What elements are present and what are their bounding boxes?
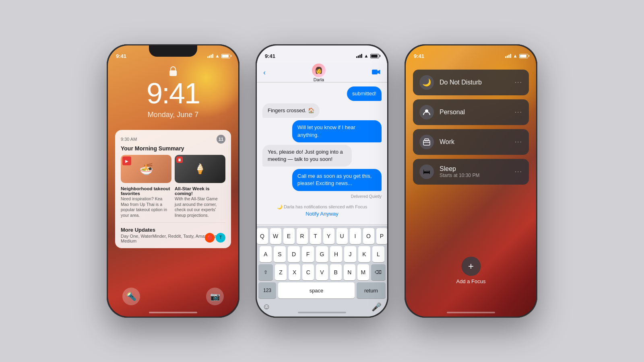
torch-button[interactable]: 🔦 — [122, 288, 140, 305]
status-time-3: 9:41 — [414, 53, 424, 59]
focus-item-work[interactable]: Work ··· — [413, 129, 529, 155]
focus-item-personal[interactable]: Personal ··· — [413, 99, 529, 125]
key-f[interactable]: F — [302, 246, 314, 262]
more-updates: More Updates Day One, WaterMinder, Reddi… — [121, 222, 225, 243]
signal-icon-2 — [356, 54, 362, 58]
dnd-name: Do Not Disturb — [440, 79, 509, 86]
lock-icon — [169, 66, 177, 76]
key-p[interactable]: P — [376, 228, 388, 244]
home-indicator-2 — [298, 312, 346, 313]
key-delete[interactable]: ⌫ — [371, 264, 386, 280]
key-return[interactable]: return — [357, 282, 386, 298]
home-indicator-1 — [149, 312, 197, 313]
article-2-text: With the All-Star Game just around the c… — [175, 196, 225, 218]
video-call-button[interactable] — [372, 68, 381, 77]
key-m[interactable]: M — [357, 264, 369, 280]
work-name: Work — [440, 138, 509, 146]
dnd-more-button[interactable]: ··· — [515, 79, 522, 86]
more-app-icons: 🔴 T — [205, 233, 225, 243]
key-n[interactable]: N — [344, 264, 355, 280]
article-2-title: All-Star Week is coming! — [175, 186, 225, 196]
focus-silenced-text: 🌙 Darla has notifications silenced with … — [277, 204, 367, 210]
key-x[interactable]: X — [289, 264, 300, 280]
key-shift[interactable]: ⇧ — [258, 264, 273, 280]
keyboard[interactable]: Q W E R T Y U I O P A S D F G H J K L — [257, 226, 387, 317]
status-icons-3: ▲ — [505, 53, 528, 59]
article-image-2: 📋 — [175, 155, 225, 183]
key-u[interactable]: U — [336, 228, 348, 244]
svg-rect-3 — [425, 139, 429, 141]
key-i[interactable]: I — [350, 228, 361, 244]
key-r[interactable]: R — [297, 228, 308, 244]
focus-list: 🌙 Do Not Disturb ··· Personal — [413, 70, 529, 185]
app-badge-1: ▶ — [122, 156, 131, 165]
emoji-button[interactable]: ☺ — [262, 302, 270, 312]
status-icons-2: ▲ — [356, 53, 379, 59]
status-time-1: 9:41 — [116, 53, 126, 59]
personal-more-button[interactable]: ··· — [515, 109, 522, 116]
sleep-name: Sleep — [440, 165, 509, 173]
status-time-2: 9:41 — [265, 53, 275, 59]
sleep-icon: 🛏 — [419, 165, 434, 179]
work-label-container: Work — [440, 138, 509, 146]
key-numbers[interactable]: 123 — [258, 282, 276, 298]
bubble-out-3: Call me as soon as you get this, please!… — [292, 169, 382, 191]
tasty-icon: T — [216, 233, 225, 243]
notif-time: 9:30 AM — [121, 137, 137, 142]
key-k[interactable]: K — [358, 246, 370, 262]
notification-card[interactable]: 9:30 AM 11 Your Morning Summary ▶ 📋 Neig… — [115, 130, 231, 248]
key-y[interactable]: Y — [323, 228, 334, 244]
sleep-more-button[interactable]: ··· — [515, 168, 522, 175]
notify-anyway-button[interactable]: Notify Anyway — [305, 211, 339, 217]
work-icon — [419, 135, 434, 149]
phone-1: 9:41 ▲ 9:41 Monday, June 7 9:30 AM 11 — [107, 44, 239, 318]
notif-title: Your Morning Summary — [121, 145, 225, 152]
work-more-button[interactable]: ··· — [515, 138, 522, 146]
dictation-button[interactable]: 🎤 — [372, 302, 382, 312]
article-image-1: ▶ — [121, 155, 171, 183]
add-focus-button[interactable]: + — [461, 257, 481, 276]
key-g[interactable]: G — [316, 246, 328, 262]
sleep-label-container: Sleep Starts at 10:30 PM — [440, 165, 509, 178]
key-s[interactable]: S — [274, 246, 286, 262]
key-t[interactable]: T — [310, 228, 321, 244]
more-title: More Updates — [121, 227, 225, 233]
notif-captions: Neighborhood takeout favorites Need insp… — [121, 186, 225, 218]
key-e[interactable]: E — [283, 228, 295, 244]
bubble-out-2: Will let you know if I hear anything. — [292, 120, 382, 142]
key-v[interactable]: V — [316, 264, 328, 280]
key-o[interactable]: O — [363, 228, 374, 244]
wifi-icon-1: ▲ — [215, 53, 220, 59]
focus-item-dnd[interactable]: 🌙 Do Not Disturb ··· — [413, 70, 529, 95]
key-h[interactable]: H — [330, 246, 342, 262]
app-badge-2: 📋 — [176, 156, 183, 163]
focus-item-sleep[interactable]: 🛏 Sleep Starts at 10:30 PM ··· — [413, 159, 529, 185]
signal-icon-1 — [207, 54, 213, 58]
personal-name: Personal — [440, 109, 509, 116]
key-c[interactable]: C — [302, 264, 314, 280]
key-z[interactable]: Z — [275, 264, 287, 280]
battery-icon-2 — [370, 54, 379, 58]
key-w[interactable]: W — [270, 228, 281, 244]
svg-rect-2 — [423, 140, 430, 145]
camera-button[interactable]: 📷 — [206, 288, 224, 305]
add-focus-section: + Add a Focus — [456, 257, 486, 284]
key-j[interactable]: J — [344, 246, 356, 262]
keyboard-row-1: Q W E R T Y U I O P — [258, 228, 386, 244]
key-l[interactable]: L — [372, 246, 384, 262]
battery-icon-3 — [519, 54, 528, 58]
notch-1 — [149, 45, 197, 57]
personal-icon — [419, 105, 434, 119]
wifi-icon-3: ▲ — [513, 53, 518, 59]
key-a[interactable]: A — [260, 246, 272, 262]
back-button[interactable]: ‹ — [263, 68, 266, 77]
contact-info[interactable]: 👩 Darla — [312, 64, 326, 82]
personal-label-container: Personal — [440, 109, 509, 116]
key-b[interactable]: B — [330, 264, 342, 280]
delivered-status: Delivered Quietly — [262, 194, 382, 199]
key-q[interactable]: Q — [257, 228, 268, 244]
key-space[interactable]: space — [278, 282, 355, 298]
key-d[interactable]: D — [288, 246, 300, 262]
signal-icon-3 — [505, 54, 511, 58]
keyboard-row-2: A S D F G H J K L — [258, 246, 386, 262]
